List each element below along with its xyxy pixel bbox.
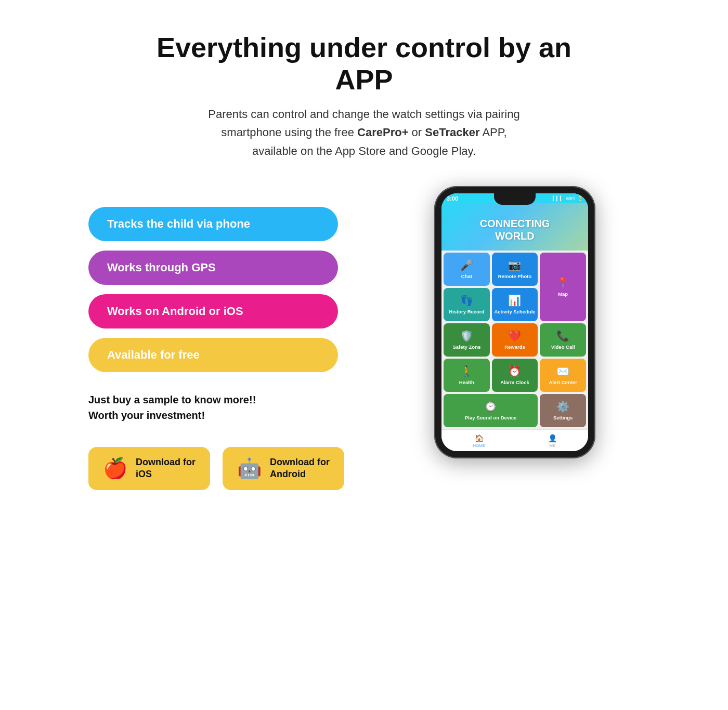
tile-safety-zone[interactable]: 🛡️ Safety Zone xyxy=(444,323,490,357)
phone-time: 3:00 xyxy=(447,195,458,202)
settings-icon: ⚙️ xyxy=(556,400,569,413)
mail-icon: ✉️ xyxy=(556,365,569,377)
tile-settings[interactable]: ⚙️ Settings xyxy=(540,394,586,427)
wifi-icon: WiFi xyxy=(566,196,575,201)
phone-notch xyxy=(494,193,536,205)
nav-me[interactable]: 👤 ME xyxy=(548,434,557,448)
battery-icon: 🔋 xyxy=(577,196,583,201)
tile-activity-schedule[interactable]: 📊 Activity Schedule xyxy=(492,288,538,321)
main-title: Everything under control by an APP xyxy=(130,31,598,96)
tile-map[interactable]: 📍 Map xyxy=(540,253,586,321)
download-android-button[interactable]: 🤖 Download for Android xyxy=(223,447,344,490)
feature-badge-gps: Works through GPS xyxy=(88,251,338,285)
tile-play-sound[interactable]: ⌚ Play Sound on Device xyxy=(444,394,538,427)
chart-icon: 📊 xyxy=(508,294,521,307)
person-icon: 👤 xyxy=(548,434,557,442)
apple-icon: 🍎 xyxy=(103,458,127,478)
phone-screen: 3:00 ▎▎▎ WiFi 🔋 CONNECTING WORLD xyxy=(441,193,588,451)
ios-button-label: Download for iOS xyxy=(136,456,196,481)
camera-icon: 📷 xyxy=(508,259,521,271)
app-bottom-nav: 🏠 HOME 👤 ME xyxy=(441,429,588,451)
subtitle: Parents can control and change the watch… xyxy=(130,105,598,160)
android-icon: 🤖 xyxy=(237,458,262,478)
feature-badge-free: Available for free xyxy=(88,338,338,372)
map-pin-icon: 📍 xyxy=(556,277,569,289)
left-side: Tracks the child via phone Works through… xyxy=(88,186,348,490)
tile-alert-center[interactable]: ✉️ Alert Center xyxy=(540,359,586,392)
nav-home[interactable]: 🏠 HOME xyxy=(473,434,485,448)
app-header-title: CONNECTING WORLD xyxy=(447,217,583,242)
download-buttons: 🍎 Download for iOS 🤖 Download for Androi… xyxy=(88,447,348,490)
brand1: CarePro+ xyxy=(357,126,408,139)
subtitle-line1: Parents can control and change the watch… xyxy=(208,108,519,121)
tile-health[interactable]: 🚶 Health xyxy=(444,359,490,392)
tile-remote-photo[interactable]: 📷 Remote Photo xyxy=(492,253,538,286)
app-grid: 🎤 Chat 📷 Remote Photo 📍 Map xyxy=(441,251,588,429)
phone-icon: 📞 xyxy=(556,330,569,342)
app-header: CONNECTING WORLD xyxy=(441,203,588,251)
heart-icon: ❤️ xyxy=(508,330,521,342)
phone-mockup: 3:00 ▎▎▎ WiFi 🔋 CONNECTING WORLD xyxy=(434,186,595,458)
subtitle-line3: available on the App Store and Google Pl… xyxy=(252,144,476,157)
feature-badge-android-ios: Works on Android or iOS xyxy=(88,294,338,328)
watch-icon: ⌚ xyxy=(484,400,497,413)
tile-video-call[interactable]: 📞 Video Call xyxy=(540,323,586,357)
footprint-icon: 👣 xyxy=(460,294,473,307)
home-icon: 🏠 xyxy=(475,434,484,442)
tile-history-record[interactable]: 👣 History Record xyxy=(444,288,490,321)
android-button-label: Download for Android xyxy=(270,456,330,481)
content-area: Tracks the child via phone Works through… xyxy=(42,186,686,490)
tile-alarm-clock[interactable]: ⏰ Alarm Clock xyxy=(492,359,538,392)
header-section: Everything under control by an APP Paren… xyxy=(130,31,598,160)
chat-icon: 🎤 xyxy=(460,259,473,271)
status-icons: ▎▎▎ WiFi 🔋 xyxy=(553,196,583,201)
walk-icon: 🚶 xyxy=(460,365,473,377)
tile-rewards[interactable]: ❤️ Rewards xyxy=(492,323,538,357)
signal-icon: ▎▎▎ xyxy=(553,196,564,201)
phone-section: 3:00 ▎▎▎ WiFi 🔋 CONNECTING WORLD xyxy=(390,186,640,458)
subtitle-line2: smartphone using the free xyxy=(221,126,357,139)
brand2: SeTracker xyxy=(425,126,479,139)
shield-icon: 🛡️ xyxy=(460,330,473,342)
cta-text: Just buy a sample to know more!! Worth y… xyxy=(88,392,348,423)
tile-chat[interactable]: 🎤 Chat xyxy=(444,253,490,286)
download-ios-button[interactable]: 🍎 Download for iOS xyxy=(88,447,210,490)
alarm-icon: ⏰ xyxy=(508,365,521,377)
feature-badge-phone: Tracks the child via phone xyxy=(88,207,338,241)
